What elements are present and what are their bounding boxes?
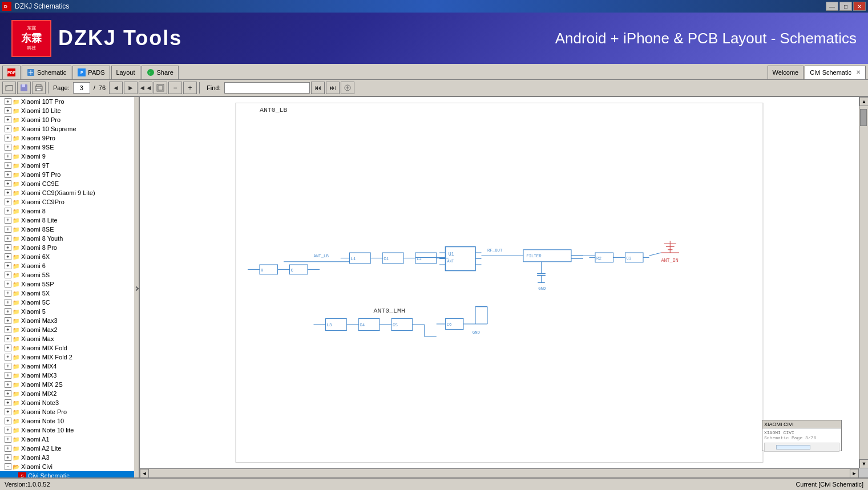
tree-item-xiaomi-mix3[interactable]: + 📁 Xiaomi MIX3 bbox=[0, 371, 134, 380]
tree-item-xiaomi-10-supreme[interactable]: + 📁 Xiaomi 10 Supreme bbox=[0, 124, 134, 133]
tree-item-xiaomi-cc9e[interactable]: + 📁 Xiaomi CC9E bbox=[0, 179, 134, 188]
tree-item-xiaomi-8[interactable]: + 📁 Xiaomi 8 bbox=[0, 206, 134, 216]
expand-icon[interactable]: + bbox=[5, 162, 11, 169]
tree-item-xiaomi-9pro[interactable]: + 📁 Xiaomi 9Pro bbox=[0, 133, 134, 143]
tree-item-xiaomi-mix2s[interactable]: + 📁 Xiaomi MIX 2S bbox=[0, 380, 134, 389]
expand-icon[interactable]: + bbox=[5, 427, 11, 434]
tree-item-xiaomi-8-lite[interactable]: + 📁 Xiaomi 8 Lite bbox=[0, 216, 134, 225]
zoom-out-btn[interactable]: − bbox=[168, 82, 182, 94]
tree-item-xiaomi-10-lite[interactable]: + 📁 Xiaomi 10 Lite bbox=[0, 106, 134, 115]
expand-icon[interactable]: + bbox=[5, 135, 11, 141]
prev-page-btn[interactable]: ◄ bbox=[109, 82, 123, 94]
tree-item-xiaomi-10t-pro[interactable]: + 📁 Xiaomi 10T Pro bbox=[0, 97, 134, 106]
tree-item-xiaomi-max3[interactable]: + 📁 Xiaomi Max3 bbox=[0, 316, 134, 325]
tree-item-xiaomi-8se[interactable]: + 📁 Xiaomi 8SE bbox=[0, 225, 134, 234]
tree-item-xiaomi-9t[interactable]: + 📁 Xiaomi 9T bbox=[0, 161, 134, 170]
expand-icon[interactable]: + bbox=[5, 363, 11, 370]
minimize-button[interactable]: — bbox=[826, 2, 838, 11]
find-prev-btn[interactable]: ⏮ bbox=[311, 82, 325, 94]
vscroll-down-btn[interactable]: ▼ bbox=[859, 459, 868, 468]
tab-share[interactable]: ↑ Share bbox=[142, 66, 179, 79]
tree-item-xiaomi-cc9-lite[interactable]: + 📁 Xiaomi CC9(Xiaomi 9 Lite) bbox=[0, 188, 134, 197]
expand-icon[interactable]: + bbox=[5, 199, 11, 205]
fit-page-btn[interactable] bbox=[154, 82, 167, 94]
vscroll-thumb[interactable] bbox=[860, 109, 867, 126]
expand-icon[interactable]: + bbox=[5, 345, 11, 351]
expand-icon[interactable]: + bbox=[5, 116, 11, 123]
hscroll-left-btn[interactable]: ◄ bbox=[140, 469, 149, 477]
tree-item-xiaomi-6x[interactable]: + 📁 Xiaomi 6X bbox=[0, 252, 134, 261]
tree-item-xiaomi-mix2[interactable]: + 📁 Xiaomi MIX2 bbox=[0, 389, 134, 398]
expand-icon[interactable]: + bbox=[5, 408, 11, 415]
tree-item-xiaomi-10-pro[interactable]: + 📁 Xiaomi 10 Pro bbox=[0, 115, 134, 124]
find-options-btn[interactable] bbox=[341, 82, 354, 94]
tree-item-xiaomi-5c[interactable]: + 📁 Xiaomi 5C bbox=[0, 298, 134, 307]
expand-icon[interactable]: + bbox=[5, 436, 11, 443]
expand-icon[interactable]: + bbox=[5, 290, 11, 297]
expand-icon[interactable]: + bbox=[5, 317, 11, 324]
tree-item-xiaomi-cc9pro[interactable]: + 📁 Xiaomi CC9Pro bbox=[0, 197, 134, 206]
hscroll-track[interactable] bbox=[149, 469, 850, 477]
expand-icon[interactable]: + bbox=[5, 399, 11, 406]
expand-icon[interactable]: + bbox=[5, 454, 11, 461]
tree-item-xiaomi-8-youth[interactable]: + 📁 Xiaomi 8 Youth bbox=[0, 234, 134, 243]
expand-icon[interactable]: + bbox=[5, 107, 11, 114]
expand-icon[interactable]: + bbox=[5, 217, 11, 224]
expand-icon[interactable]: + bbox=[5, 153, 11, 160]
expand-icon[interactable]: + bbox=[5, 335, 11, 342]
tree-item-xiaomi-a1[interactable]: + 📁 Xiaomi A1 bbox=[0, 435, 134, 444]
nav-save-btn[interactable] bbox=[17, 82, 31, 94]
tree-item-xiaomi-mix4[interactable]: + 📁 Xiaomi MIX4 bbox=[0, 362, 134, 371]
tree-item-xiaomi-note3[interactable]: + 📁 Xiaomi Note3 bbox=[0, 398, 134, 407]
vscroll-up-btn[interactable]: ▲ bbox=[859, 97, 868, 106]
tree-item-xiaomi-civi[interactable]: − 📂 Xiaomi Civi bbox=[0, 462, 134, 471]
expand-icon[interactable]: + bbox=[5, 299, 11, 306]
expand-icon[interactable]: + bbox=[5, 125, 11, 132]
tab-layout[interactable]: Layout bbox=[111, 66, 140, 79]
expand-icon[interactable]: + bbox=[5, 208, 11, 214]
expand-icon[interactable]: + bbox=[5, 244, 11, 251]
zoom-in-btn[interactable]: + bbox=[183, 82, 197, 94]
expand-icon[interactable]: + bbox=[5, 144, 11, 151]
tab-schematic[interactable]: Schematic bbox=[22, 66, 71, 79]
expand-icon[interactable]: + bbox=[5, 372, 11, 379]
expand-icon[interactable]: + bbox=[5, 253, 11, 260]
tree-item-xiaomi-5[interactable]: + 📁 Xiaomi 5 bbox=[0, 307, 134, 316]
tree-item-xiaomi-max2[interactable]: + 📁 Xiaomi Max2 bbox=[0, 325, 134, 334]
tree-item-xiaomi-note10-lite[interactable]: + 📁 Xiaomi Note 10 lite bbox=[0, 426, 134, 435]
tree-item-xiaomi-max[interactable]: + 📁 Xiaomi Max bbox=[0, 334, 134, 343]
expand-icon[interactable]: + bbox=[5, 390, 11, 397]
tree-item-xiaomi-mix-fold[interactable]: + 📁 Xiaomi MIX Fold bbox=[0, 343, 134, 353]
tree-item-xiaomi-6[interactable]: + 📁 Xiaomi 6 bbox=[0, 261, 134, 270]
expand-icon[interactable]: + bbox=[5, 381, 11, 388]
tab-close-icon[interactable]: ✕ bbox=[856, 69, 861, 75]
find-input[interactable] bbox=[224, 82, 310, 94]
expand-icon[interactable]: + bbox=[5, 262, 11, 269]
tab-welcome[interactable]: Welcome bbox=[768, 66, 804, 79]
expand-icon[interactable]: + bbox=[5, 226, 11, 233]
expand-icon[interactable]: + bbox=[5, 281, 11, 287]
expand-icon[interactable]: + bbox=[5, 445, 11, 452]
tree-item-xiaomi-5s[interactable]: + 📁 Xiaomi 5S bbox=[0, 270, 134, 280]
expand-icon[interactable]: + bbox=[5, 354, 11, 361]
expand-icon[interactable]: + bbox=[5, 418, 11, 424]
tree-item-civi-schematic[interactable]: S Civi Schematic bbox=[0, 471, 134, 477]
tree-item-xiaomi-note-pro[interactable]: + 📁 Xiaomi Note Pro bbox=[0, 407, 134, 416]
tab-pdf[interactable]: PDF bbox=[2, 66, 21, 79]
tab-pads[interactable]: P PADS bbox=[72, 66, 110, 79]
tree-item-xiaomi-8-pro[interactable]: + 📁 Xiaomi 8 Pro bbox=[0, 243, 134, 252]
tree-item-xiaomi-a3[interactable]: + 📁 Xiaomi A3 bbox=[0, 453, 134, 462]
tree-item-xiaomi-mix-fold2[interactable]: + 📁 Xiaomi MIX Fold 2 bbox=[0, 353, 134, 362]
vscroll-track[interactable] bbox=[859, 106, 868, 459]
canvas-hscroll[interactable]: ◄ ► bbox=[140, 468, 859, 477]
expand-icon[interactable]: + bbox=[5, 272, 11, 278]
expand-icon[interactable]: + bbox=[5, 326, 11, 333]
next-page-btn[interactable]: ► bbox=[124, 82, 138, 94]
expand-icon[interactable]: − bbox=[5, 463, 11, 470]
tree-item-xiaomi-note10[interactable]: + 📁 Xiaomi Note 10 bbox=[0, 416, 134, 426]
nav-print-btn[interactable] bbox=[32, 82, 46, 94]
close-button[interactable]: ✕ bbox=[853, 2, 866, 11]
canvas-vscroll[interactable]: ▲ ▼ bbox=[859, 97, 868, 468]
page-input[interactable] bbox=[73, 82, 90, 94]
nav-open-btn[interactable] bbox=[2, 82, 16, 94]
